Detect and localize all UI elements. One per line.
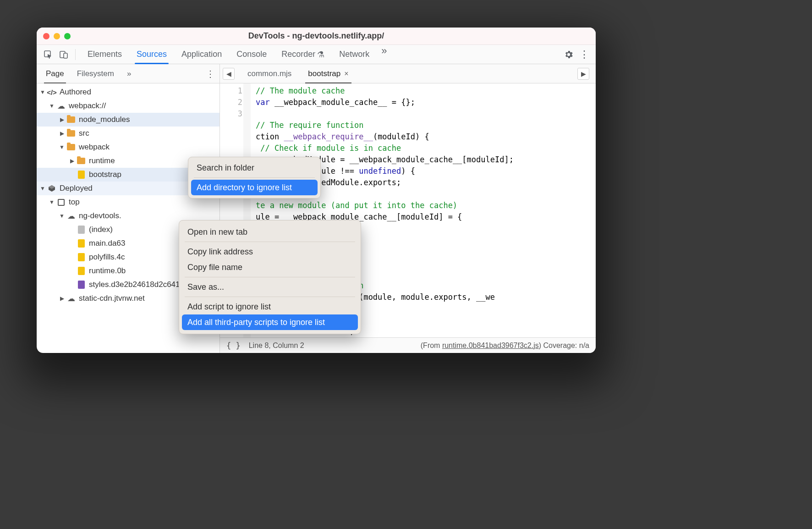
nav-back-button[interactable]: ◀ [223, 68, 235, 80]
navigator-tabs-overflow[interactable]: » [121, 64, 137, 83]
ctx-open-new-tab[interactable]: Open in new tab [179, 224, 361, 240]
deployed-icon [48, 185, 55, 192]
ctx-add-script-ignore[interactable]: Add script to ignore list [179, 299, 361, 314]
context-menu-file: Open in new tab Copy link address Copy f… [179, 220, 361, 334]
tab-network[interactable]: Network [332, 45, 377, 64]
tab-elements[interactable]: Elements [80, 45, 129, 64]
tabs-overflow-button[interactable]: » [377, 45, 391, 64]
inspect-element-icon[interactable] [41, 48, 55, 61]
navigator-tabstrip: Page Filesystem » ⋮ [37, 64, 219, 83]
close-window-button[interactable] [43, 33, 49, 39]
cloud-icon: ☁ [66, 211, 76, 221]
cursor-position: Line 8, Column 2 [249, 342, 304, 350]
close-tab-icon[interactable]: × [344, 70, 348, 78]
navigator-tab-filesystem[interactable]: Filesystem [71, 64, 121, 83]
file-tab-bootstrap[interactable]: bootstrap× [301, 64, 356, 83]
more-menu-icon[interactable]: ⋮ [577, 48, 591, 61]
source-link[interactable]: runtime.0b841bad3967f3c2.js [442, 342, 539, 349]
js-file-icon [78, 171, 85, 179]
nav-forward-button[interactable]: ▶ [577, 68, 589, 80]
tab-console[interactable]: Console [229, 45, 274, 64]
document-file-icon [78, 226, 85, 234]
tab-application[interactable]: Application [174, 45, 229, 64]
navigator-tab-page[interactable]: Page [39, 64, 71, 83]
ctx-copy-filename[interactable]: Copy file name [179, 259, 361, 275]
cloud-icon: ☁ [66, 294, 76, 303]
tree-webpack-scheme[interactable]: ▼☁webpack:// [37, 99, 219, 113]
devtools-window: DevTools - ng-devtools.netlify.app/ Elem… [37, 28, 596, 353]
ctx-save-as[interactable]: Save as... [179, 279, 361, 295]
tree-node-modules[interactable]: ▶node_modules [37, 113, 219, 127]
code-icon: </> [47, 88, 57, 96]
settings-gear-icon[interactable] [562, 48, 576, 61]
editor-tabstrip: ◀ common.mjs bootstrap× ▶ [220, 64, 596, 83]
ctx-copy-link[interactable]: Copy link address [179, 244, 361, 259]
ctx-add-all-third-party-ignore[interactable]: Add all third-party scripts to ignore li… [182, 314, 358, 330]
minimize-window-button[interactable] [54, 33, 60, 39]
pretty-print-icon[interactable]: { } [226, 341, 241, 350]
tab-sources[interactable]: Sources [129, 45, 174, 64]
css-file-icon [78, 281, 85, 289]
editor-statusbar: { } Line 8, Column 2 (From runtime.0b841… [220, 337, 596, 353]
source-origin: (From runtime.0b841bad3967f3c2.js) Cover… [421, 342, 589, 350]
tree-authored[interactable]: ▼</>Authored [37, 85, 219, 99]
tab-recorder[interactable]: Recorder⚗ [274, 45, 332, 64]
flask-icon: ⚗ [317, 50, 324, 60]
folder-icon [67, 130, 75, 137]
zoom-window-button[interactable] [64, 33, 71, 39]
ctx-search-in-folder[interactable]: Search in folder [188, 160, 320, 176]
titlebar: DevTools - ng-devtools.netlify.app/ [37, 28, 596, 45]
tree-src[interactable]: ▶src [37, 127, 219, 140]
svg-rect-2 [64, 53, 67, 58]
file-tab-common[interactable]: common.mjs [240, 64, 299, 83]
window-title: DevTools - ng-devtools.netlify.app/ [37, 31, 596, 41]
tree-webpack-folder[interactable]: ▼webpack [37, 140, 219, 154]
navigator-more-icon[interactable]: ⋮ [204, 68, 217, 79]
main-tabstrip: Elements Sources Application Console Rec… [37, 45, 596, 64]
js-file-icon [78, 253, 85, 261]
context-menu-folder: Search in folder Add directory to ignore… [188, 157, 321, 198]
folder-icon [77, 158, 85, 164]
js-file-icon [78, 267, 85, 275]
folder-icon [67, 116, 75, 123]
folder-icon [67, 144, 75, 150]
cloud-icon: ☁ [56, 101, 66, 111]
ctx-add-directory-ignore[interactable]: Add directory to ignore list [191, 180, 318, 195]
device-toolbar-icon[interactable] [57, 48, 71, 61]
frame-icon [58, 199, 65, 206]
js-file-icon [78, 239, 85, 248]
